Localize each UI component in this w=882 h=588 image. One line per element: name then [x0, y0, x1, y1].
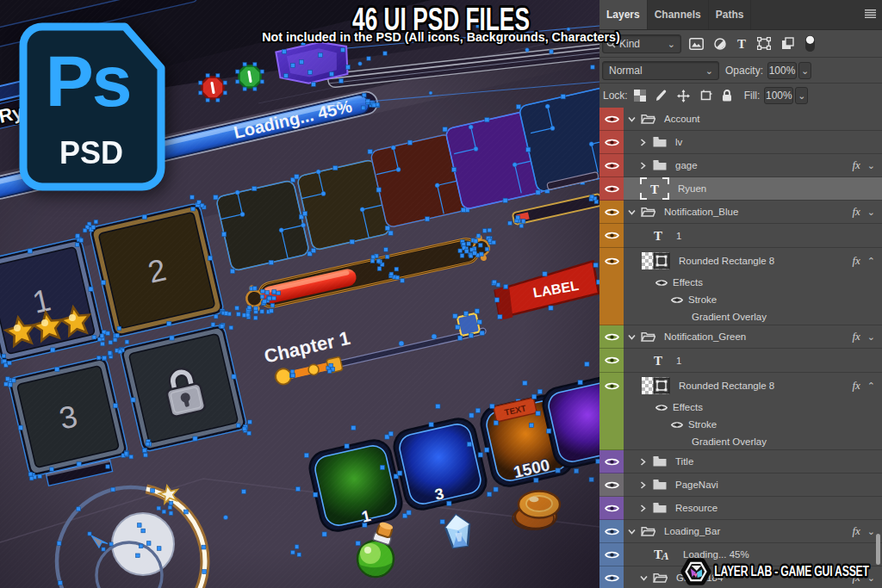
- svg-text:T: T: [650, 183, 659, 196]
- svg-text:A: A: [661, 549, 669, 560]
- svg-text:PSD: PSD: [59, 135, 123, 170]
- svg-text:LAYER LAB - GAME GUI ASSET: LAYER LAB - GAME GUI ASSET: [714, 563, 869, 579]
- svg-text:Not included in the PSD (All i: Not included in the PSD (All icons, Back…: [262, 30, 620, 45]
